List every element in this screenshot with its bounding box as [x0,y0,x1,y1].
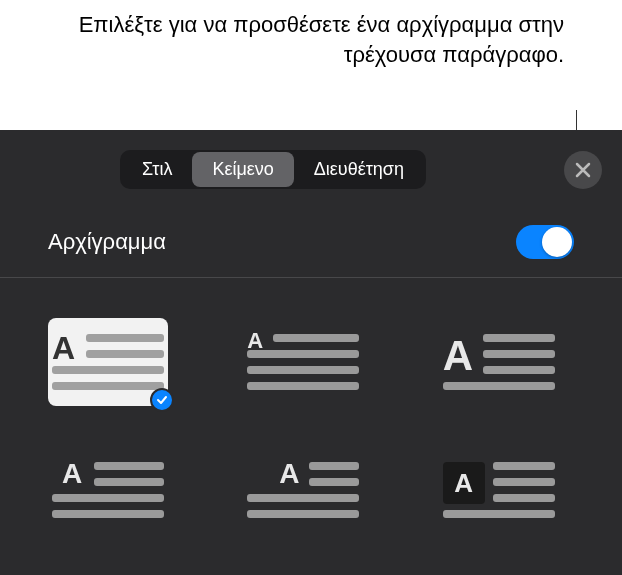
close-button[interactable] [564,151,602,189]
dropcap-option-2[interactable]: A [243,318,363,406]
dropcap-option-5[interactable]: A [243,446,363,534]
dropcap-options-grid: A A [0,278,622,574]
thumb-line [493,478,555,486]
thumb-line [247,494,359,502]
thumb-line [247,510,359,518]
glyph-a: A [247,328,263,354]
dropcap-option-4[interactable]: A [48,446,168,534]
thumb-line [86,334,164,342]
thumb-line [247,366,359,374]
annotation-text: Επιλέξτε για να προσθέσετε ένα αρχίγραμμ… [79,12,564,67]
thumb-line [493,494,555,502]
thumb-line [309,478,359,486]
tab-arrangement[interactable]: Διευθέτηση [294,152,424,187]
section-title: Αρχίγραμμα [48,229,166,255]
tab-segmented-control: Στιλ Κείμενο Διευθέτηση [120,150,426,189]
thumb-line [247,382,359,390]
thumb-line [443,510,555,518]
thumb-line [483,350,555,358]
dropcap-section-header: Αρχίγραμμα [0,207,622,278]
tab-style[interactable]: Στιλ [122,152,192,187]
thumb-line [273,334,359,342]
thumb-line [493,462,555,470]
thumb-line [483,366,555,374]
thumb-line [94,462,164,470]
thumb-line [247,350,359,358]
toggle-knob [542,227,572,257]
inspector-panel: Στιλ Κείμενο Διευθέτηση Αρχίγραμμα A [0,130,622,575]
thumb-line [52,366,164,374]
panel-header: Στιλ Κείμενο Διευθέτηση [0,130,622,207]
dropcap-option-1[interactable]: A [48,318,168,406]
glyph-a-boxed: A [443,462,485,504]
dropcap-option-6[interactable]: A [439,446,559,534]
glyph-a: A [279,458,299,490]
thumb-line [94,478,164,486]
checkmark-icon [156,394,168,406]
thumb-line [309,462,359,470]
thumb-line [52,494,164,502]
thumb-line [483,334,555,342]
check-badge [150,388,174,412]
dropcap-toggle[interactable] [516,225,574,259]
thumb-line [52,510,164,518]
glyph-a: A [443,332,473,380]
thumb-line [443,382,555,390]
close-icon [575,162,591,178]
thumb-line [52,382,164,390]
annotation-callout: Επιλέξτε για να προσθέσετε ένα αρχίγραμμ… [0,0,622,79]
dropcap-option-3[interactable]: A [439,318,559,406]
glyph-a: A [62,458,82,490]
glyph-a: A [52,330,75,367]
thumb-line [86,350,164,358]
tab-text[interactable]: Κείμενο [192,152,293,187]
